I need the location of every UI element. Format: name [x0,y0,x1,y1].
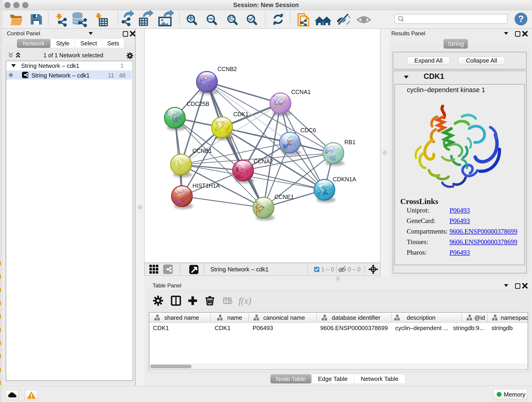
svg-text:description: description [407,314,436,321]
svg-text:database identifier: database identifier [332,314,380,321]
svg-text:RB1: RB1 [344,139,355,145]
svg-text:CDKN1A: CDKN1A [333,176,356,182]
svg-text:1 – 0: 1 – 0 [321,266,334,273]
svg-text:0 – 0: 0 – 0 [348,266,361,273]
svg-text:CDK1: CDK1 [233,111,249,117]
svg-text:?: ? [518,14,524,24]
svg-text:f(x): f(x) [239,295,251,306]
svg-text:CCNA1: CCNA1 [291,89,311,95]
svg-text:canonical name: canonical name [263,314,305,321]
svg-text:CDC25B: CDC25B [187,101,209,107]
svg-text:CCNB2: CCNB2 [217,66,237,72]
svg-text:shared name: shared name [164,314,199,321]
svg-text:CCNE1: CCNE1 [274,194,294,200]
svg-text:name: name [227,314,242,321]
svg-text:String Network – cdk1: String Network – cdk1 [210,266,268,273]
svg-text:CCNB1: CCNB1 [192,148,212,154]
svg-text:@id: @id [474,314,485,321]
svg-text:CDC6: CDC6 [300,127,316,133]
svg-text:HIST1H1A: HIST1H1A [192,182,220,189]
svg-text:CCNA2: CCNA2 [254,158,273,165]
svg-text:namespace: namespace [500,314,528,321]
